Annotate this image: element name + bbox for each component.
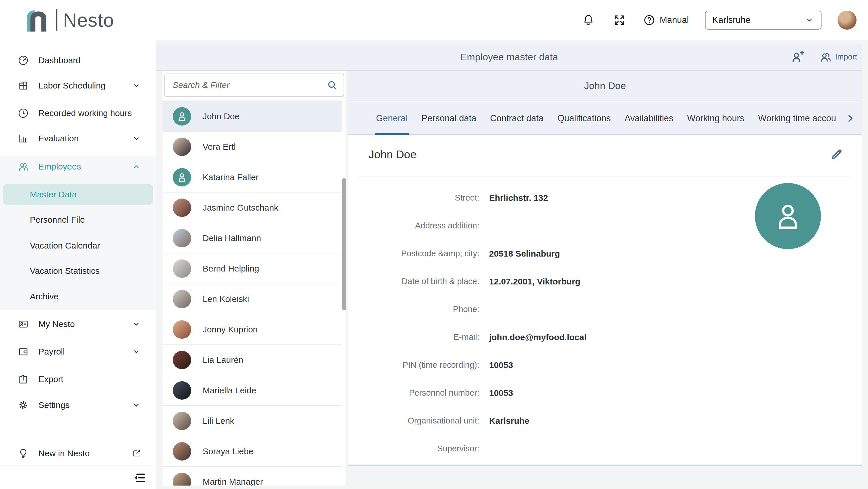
add-employee-button[interactable] <box>790 50 805 64</box>
sidebar-subitem-archive[interactable]: Archive <box>0 284 156 309</box>
employee-avatar <box>173 168 191 186</box>
sidebar-item-settings[interactable]: Settings <box>0 393 156 418</box>
notifications-button[interactable] <box>581 12 596 28</box>
lightbulb-icon <box>17 447 29 459</box>
employee-list: John DoeVera ErtlKatarina FallerJasmine … <box>162 100 342 486</box>
import-label: Import <box>835 53 857 61</box>
import-button[interactable]: Import <box>819 50 857 64</box>
employee-list-item[interactable]: John Doe <box>162 101 342 132</box>
sidebar-item-new-in-nesto[interactable]: New in Nesto <box>0 441 156 466</box>
edit-pencil-icon[interactable] <box>829 147 844 162</box>
employee-name: Len Koleiski <box>203 294 249 304</box>
field-value: 20518 Selinaburg <box>489 249 560 259</box>
bell-icon <box>582 13 595 27</box>
employee-list-item[interactable]: Jasmine Gutschank <box>162 193 342 223</box>
list-scrollbar-thumb[interactable] <box>342 178 346 310</box>
employee-list-item[interactable]: Vera Ertl <box>162 132 342 162</box>
field-label: Personnel number: <box>348 388 479 398</box>
gear-icon <box>17 399 29 411</box>
field-label: Date of birth & place: <box>348 277 479 286</box>
employee-avatar <box>173 351 191 369</box>
fullscreen-button[interactable] <box>612 12 627 28</box>
detail-card-header: John Doe <box>348 135 862 176</box>
sidebar-item-recorded-working-hours[interactable]: Recorded working hours <box>0 100 156 126</box>
employee-name: Jasmine Gutschank <box>203 203 278 212</box>
employee-list-item[interactable]: Delia Hallmann <box>162 223 342 253</box>
field-label: Address addition: <box>348 221 479 230</box>
sidebar-subitem-vacation-calendar[interactable]: Vacation Calendar <box>0 233 156 258</box>
detail-card-divider <box>358 176 852 176</box>
detail-field-row: Phone: <box>348 295 862 323</box>
detail-tabs-row: GeneralPersonal dataContract dataQualifi… <box>348 102 862 135</box>
tabs-scroll-right-icon[interactable] <box>844 112 857 125</box>
employee-name: John Doe <box>203 112 239 121</box>
sidebar-subitem-master-data[interactable]: Master Data <box>3 184 153 205</box>
tab-label: Personal data <box>422 113 476 123</box>
search-input[interactable] <box>164 74 344 96</box>
employee-name: Bernd Helpling <box>203 264 259 274</box>
employee-avatar <box>173 381 191 400</box>
employee-avatar <box>173 229 191 248</box>
tab-personal-data[interactable]: Personal data <box>414 102 483 135</box>
sidebar-item-labor-scheduling[interactable]: Labor Scheduling <box>0 73 156 98</box>
logo-wordmark: Nesto <box>63 9 114 31</box>
tab-label: Contract data <box>490 113 544 123</box>
person-icon <box>176 171 188 183</box>
employee-list-item[interactable]: Lili Lenk <box>162 406 342 436</box>
field-value: 12.07.2001, Viktorburg <box>489 277 580 286</box>
sidebar-subitem-vacation-statistics[interactable]: Vacation Statistics <box>0 258 156 284</box>
detail-field-row: Personnel number:10053 <box>348 379 862 407</box>
user-avatar[interactable] <box>838 11 857 30</box>
chevron-down-icon <box>131 347 141 356</box>
wallet-icon <box>17 346 29 358</box>
sidebar-item-dashboard[interactable]: Dashboard <box>0 48 156 73</box>
tab-label: Availabilities <box>625 113 673 123</box>
detail-card: John Doe Street:Ehrlichstr. 132Address a… <box>348 135 862 466</box>
nesto-logo[interactable]: Nesto <box>24 0 114 40</box>
app-root: Nesto Manual <box>0 0 868 489</box>
detail-field-row: E-mail:john.doe@myfood.local <box>348 323 862 351</box>
sidebar-item-my-nesto[interactable]: My Nesto <box>0 312 156 337</box>
person-add-icon <box>790 50 805 64</box>
employee-avatar <box>173 442 191 461</box>
employee-list-item[interactable]: Lia Laurén <box>162 345 342 375</box>
employee-list-item[interactable]: Katarina Faller <box>162 162 342 193</box>
tab-label: General <box>376 113 408 123</box>
sidebar-subitem-personnel-file[interactable]: Personnel File <box>0 207 156 232</box>
employee-list-item[interactable]: Mariella Leide <box>162 375 342 406</box>
employee-list-item[interactable]: Len Koleiski <box>162 284 342 314</box>
employee-list-item[interactable]: Soraya Liebe <box>162 436 342 467</box>
employee-list-item[interactable]: Jonny Kuprion <box>162 314 342 345</box>
employee-avatar <box>173 259 191 278</box>
search-field <box>164 74 344 96</box>
sidebar-collapse-button[interactable] <box>131 470 147 486</box>
sidebar-item-evaluation[interactable]: Evaluation <box>0 126 156 151</box>
chevron-up-icon <box>131 162 141 172</box>
person-icon <box>176 110 188 123</box>
tab-working-hours[interactable]: Working hours <box>680 102 751 135</box>
fullscreen-icon <box>613 14 626 26</box>
tab-qualifications[interactable]: Qualifications <box>551 102 618 135</box>
tab-availabilities[interactable]: Availabilities <box>618 102 680 135</box>
field-value: Karlsruhe <box>489 416 529 426</box>
employee-name: Soraya Liebe <box>203 447 253 456</box>
sidebar-item-payroll[interactable]: Payroll <box>0 339 156 364</box>
manual-button[interactable]: Manual <box>643 14 689 26</box>
sidebar-item-export[interactable]: Export <box>0 367 156 392</box>
field-value: 10053 <box>489 388 513 398</box>
page-header-actions: Import <box>790 44 857 70</box>
chevron-down-icon <box>805 16 814 25</box>
employee-list-item[interactable]: Martin Manager <box>162 467 342 486</box>
tab-contract-data[interactable]: Contract data <box>484 102 551 135</box>
tab-general[interactable]: General <box>369 102 414 135</box>
employee-name: Delia Hallmann <box>203 233 261 243</box>
external-link-icon <box>131 449 141 458</box>
sidebar-item-employees[interactable]: Employees <box>0 154 156 179</box>
location-select[interactable]: Karlsruhe <box>705 11 822 30</box>
field-value: 10053 <box>489 360 513 370</box>
employee-list-item[interactable]: Bernd Helpling <box>162 253 342 284</box>
header-controls: Manual Karlsruhe <box>581 0 857 40</box>
tab-working-time-accou[interactable]: Working time accou <box>751 102 839 135</box>
page-header-band: Employee master data Import <box>156 44 862 71</box>
page-title: Employee master data <box>156 44 862 70</box>
